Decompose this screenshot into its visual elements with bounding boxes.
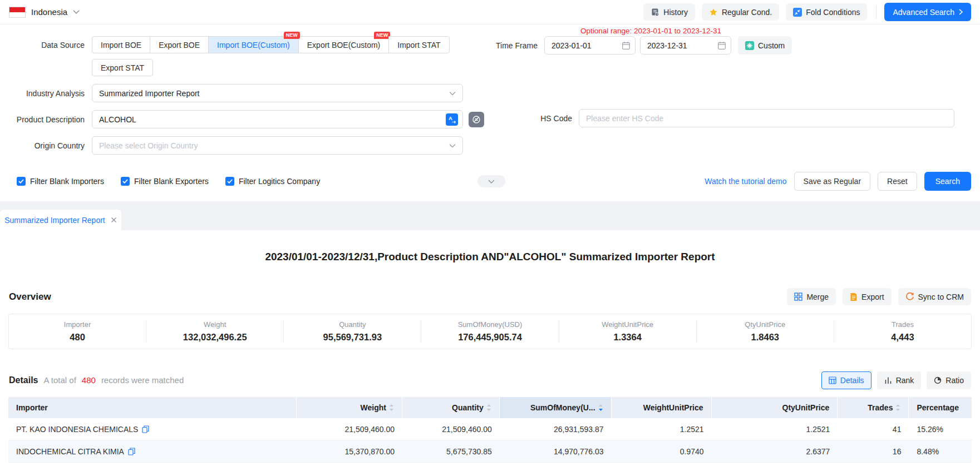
hs-code-input[interactable]: [579, 110, 954, 127]
close-icon[interactable]: [111, 217, 117, 223]
sort-caret-icon: [895, 404, 900, 412]
calendar-icon[interactable]: [717, 41, 726, 50]
ratio-icon: [934, 376, 942, 384]
export-button[interactable]: Export: [843, 288, 891, 305]
industry-analysis-label: Industry Analysis: [0, 89, 85, 98]
history-label: History: [663, 8, 688, 17]
tab-summarized-importer-report[interactable]: Summarized Importer Report: [0, 210, 121, 230]
filter-blank-exporters-checkbox[interactable]: Filter Blank Exporters: [121, 177, 209, 186]
fold-conditions-button[interactable]: Fold Conditions: [786, 3, 867, 21]
view-ratio-button[interactable]: Ratio: [927, 371, 971, 389]
cell-trades: 16: [838, 440, 909, 462]
svg-text:A: A: [449, 115, 452, 121]
view-rank-button[interactable]: Rank: [877, 371, 922, 389]
tab-import-stat[interactable]: Import STAT: [388, 36, 449, 53]
industry-analysis-select[interactable]: [92, 84, 463, 102]
fold-conditions-label: Fold Conditions: [806, 8, 860, 17]
product-description-field[interactable]: A: [92, 110, 463, 128]
chevron-right-icon: [959, 9, 963, 15]
chevron-down-icon: [73, 10, 80, 14]
time-frame-label: Time Frame: [494, 41, 538, 50]
report-title: 2023/01/01-2023/12/31,Product Descriptio…: [0, 251, 980, 263]
cell-quantity: 21,509,460.00: [402, 418, 500, 440]
check-icon: [121, 177, 130, 186]
circle-equals-icon[interactable]: [469, 112, 484, 127]
importer-name[interactable]: INDOCHEMICAL CITRA KIMIA: [16, 447, 124, 456]
record-count: 480: [82, 375, 96, 385]
rank-icon: [884, 376, 892, 384]
view-details-button[interactable]: Details: [821, 371, 871, 389]
table-row[interactable]: PT. KAO INDONESIA CHEMICALS 21,509,460.0…: [8, 418, 972, 440]
cell-quantity: 5,675,730.85: [402, 440, 500, 462]
export-icon: [850, 293, 858, 301]
tab-export-boe[interactable]: Export BOE: [150, 36, 209, 53]
translate-icon[interactable]: A: [446, 113, 458, 126]
filter-panel: Optional range: 2023-01-01 to 2023-12-31…: [0, 24, 980, 201]
calendar-icon[interactable]: [622, 41, 631, 50]
product-description-input[interactable]: [92, 111, 462, 128]
hs-code-field[interactable]: [579, 109, 954, 127]
hs-code-label: HS Code: [504, 114, 572, 123]
tab-import-boe-custom[interactable]: Import BOE(Custom) NEW: [208, 36, 299, 53]
time-frame-row: Time Frame Custom: [494, 36, 792, 54]
data-source-tabs: Import BOE Export BOE Import BOE(Custom)…: [92, 36, 450, 53]
search-actions: Watch the tutorial demo Save as Regular …: [705, 172, 971, 191]
copy-icon[interactable]: [142, 425, 149, 433]
details-summary: Details A total of 480 records were matc…: [9, 375, 184, 385]
details-heading: Details: [9, 375, 38, 385]
filter-blank-importers-checkbox[interactable]: Filter Blank Importers: [17, 177, 104, 186]
origin-country-label: Origin Country: [0, 141, 85, 150]
reset-button[interactable]: Reset: [878, 172, 917, 191]
tab-import-boe[interactable]: Import BOE: [92, 36, 150, 53]
star-icon: [709, 8, 718, 17]
merge-button[interactable]: Merge: [787, 288, 836, 305]
chevron-down-icon: [488, 180, 495, 184]
col-trades[interactable]: Trades: [838, 397, 909, 418]
industry-analysis-value[interactable]: [92, 85, 462, 102]
save-as-regular-button[interactable]: Save as Regular: [794, 172, 871, 191]
table-row[interactable]: INDOCHEMICAL CITRA KIMIA 15,370,870.00 5…: [8, 440, 972, 463]
search-button[interactable]: Search: [924, 172, 971, 191]
origin-country-select[interactable]: [92, 136, 463, 155]
stat-sum-of-money: SumOfMoney(USD) 176,445,905.74: [421, 320, 559, 343]
custom-range-button[interactable]: Custom: [738, 36, 792, 54]
tab-export-boe-custom[interactable]: Export BOE(Custom) NEW: [298, 36, 389, 53]
importer-name[interactable]: PT. KAO INDONESIA CHEMICALS: [16, 425, 138, 434]
divider: [876, 6, 876, 19]
merge-icon: [794, 293, 802, 301]
hs-code-row: HS Code: [504, 109, 954, 127]
collapse-conditions-button[interactable]: [477, 175, 505, 187]
country-selector[interactable]: Indonesia: [9, 7, 80, 18]
indonesia-flag-icon: [9, 7, 26, 18]
custom-label: Custom: [758, 41, 785, 50]
regular-cond-label: Regular Cond.: [722, 8, 772, 17]
copy-icon[interactable]: [128, 448, 135, 455]
new-badge: NEW: [284, 32, 300, 39]
sync-to-crm-button[interactable]: Sync to CRM: [898, 288, 971, 305]
col-weight[interactable]: Weight: [297, 397, 402, 418]
filter-logistics-company-checkbox[interactable]: Filter Logitics Company: [225, 177, 320, 186]
tab-export-stat[interactable]: Export STAT: [92, 59, 153, 76]
col-sum-of-money[interactable]: SumOfMoney(U...: [500, 397, 612, 418]
view-switch: Details Rank Ratio: [821, 371, 971, 389]
end-date-field[interactable]: [640, 36, 731, 54]
data-source-row: Data Source Import BOE Export BOE Import…: [0, 36, 980, 53]
optional-range-hint: Optional range: 2023-01-01 to 2023-12-31: [580, 27, 721, 35]
start-date-field[interactable]: [544, 36, 636, 54]
col-quantity[interactable]: Quantity: [402, 397, 500, 418]
data-source-row-2: Export STAT: [0, 53, 980, 76]
sort-caret-desc-icon: [598, 404, 603, 412]
cell-sum-of-money: 14,970,776.03: [500, 440, 612, 462]
stat-weight-unit-price: WeightUnitPrice 1.3364: [559, 320, 697, 343]
regular-cond-button[interactable]: Regular Cond.: [702, 3, 779, 21]
table-header-row: Importer Weight Quantity SumOfMoney(U...…: [8, 397, 972, 418]
origin-country-input[interactable]: [92, 137, 462, 154]
history-button[interactable]: History: [643, 3, 695, 21]
new-badge: NEW: [374, 32, 390, 39]
tutorial-link[interactable]: Watch the tutorial demo: [705, 177, 786, 186]
advanced-search-button[interactable]: Advanced Search: [884, 3, 971, 21]
col-importer: Importer: [8, 397, 297, 418]
advanced-search-label: Advanced Search: [893, 8, 954, 17]
cell-percentage: 15.26%: [909, 418, 972, 440]
custom-icon: [745, 41, 754, 50]
